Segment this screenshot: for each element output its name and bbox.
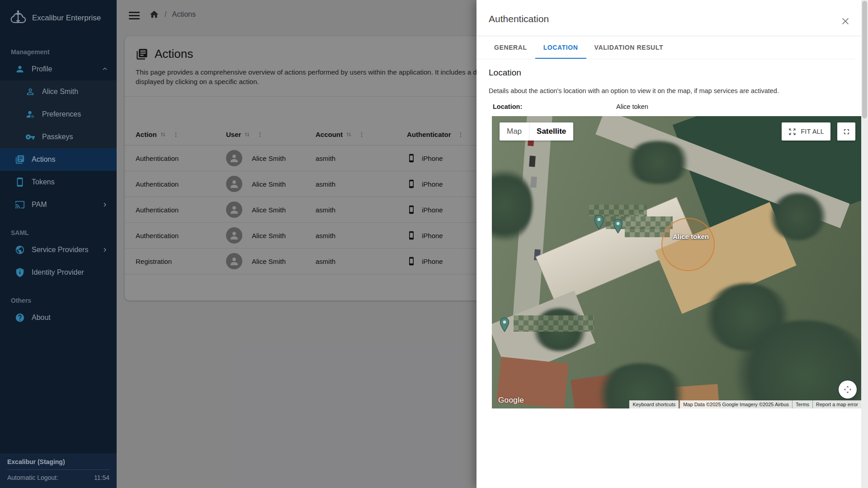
app-logo-icon xyxy=(10,10,26,26)
redacted-label-pixels xyxy=(514,315,594,332)
fullscreen-button[interactable] xyxy=(837,122,855,141)
sidebar-item-label: About xyxy=(32,314,51,322)
sidebar-item-label: Service Providers xyxy=(32,246,88,254)
brand-name: Excalibur Enterprise xyxy=(32,14,101,23)
brand: Excalibur Enterprise xyxy=(0,0,117,35)
fit-all-button[interactable]: FIT ALL xyxy=(782,122,830,141)
tab-location[interactable]: LOCATION xyxy=(535,36,586,59)
zoom-out-map-icon xyxy=(788,127,797,136)
person-outline-icon xyxy=(25,87,35,97)
sidebar-item-actions[interactable]: Actions xyxy=(0,148,117,171)
sidebar-item-label: Alice Smith xyxy=(42,88,78,96)
pan-arrows-icon xyxy=(842,384,854,395)
chevron-right-icon xyxy=(101,201,108,208)
library-books-icon xyxy=(15,155,25,164)
sidebar-item-label: Passkeys xyxy=(42,133,73,141)
map-trees xyxy=(625,141,691,184)
map-data-credit: Map Data ©2025 Google Imagery ©2025 Airb… xyxy=(679,400,792,408)
map-type-control: Map Satellite xyxy=(500,122,573,141)
key-icon xyxy=(25,132,35,142)
smartphone-icon xyxy=(15,177,25,187)
sidebar-item-label: Tokens xyxy=(32,178,55,186)
shield-info-icon xyxy=(15,267,25,277)
logout-label: Automatic Logout: xyxy=(7,474,58,481)
chevron-up-icon xyxy=(101,66,108,73)
drawer-tabs: GENERAL LOCATION VALIDATION RESULT xyxy=(486,36,671,59)
sidebar-item-preferences[interactable]: Preferences xyxy=(0,103,117,126)
pan-control-button[interactable] xyxy=(839,380,857,399)
map-type-map-button[interactable]: Map xyxy=(500,122,529,141)
sidebar-item-pam[interactable]: PAM xyxy=(0,193,117,216)
location-field-label: Location: xyxy=(493,103,522,110)
footer-divider xyxy=(7,469,109,470)
map-pin[interactable] xyxy=(499,317,510,333)
page-scrollbar[interactable] xyxy=(861,0,868,488)
location-field-value: Alice token xyxy=(616,103,648,110)
sidebar-item-passkeys[interactable]: Passkeys xyxy=(0,126,117,148)
token-range-circle xyxy=(661,218,715,271)
scrollbar-thumb[interactable] xyxy=(862,1,867,118)
person-icon xyxy=(15,64,25,74)
tabs-divider xyxy=(476,59,854,59)
map-pin[interactable] xyxy=(612,219,624,234)
location-section-description: Details about the action's location with… xyxy=(489,87,779,94)
sidebar-item-tokens[interactable]: Tokens xyxy=(0,171,117,193)
sidebar-item-about[interactable]: About xyxy=(0,306,117,329)
close-icon[interactable] xyxy=(840,16,850,26)
map-trees xyxy=(770,193,826,240)
help-icon xyxy=(15,313,25,323)
sidebar-item-label: Identity Provider xyxy=(32,268,84,277)
sidebar: Excalibur Enterprise Management Profile … xyxy=(0,0,117,488)
map-attribution: Keyboard shortcuts Map Data ©2025 Google… xyxy=(629,400,861,408)
modal-backdrop[interactable] xyxy=(117,0,476,488)
fit-all-label: FIT ALL xyxy=(801,128,824,135)
map-type-satellite-button[interactable]: Satellite xyxy=(529,122,573,141)
drawer-title: Authentication xyxy=(489,14,549,24)
report-map-error-link[interactable]: Report a map error xyxy=(812,400,861,408)
token-marker-label: Alice token xyxy=(673,233,709,240)
map-canvas[interactable]: Alice token Map Satellite FIT ALL Google… xyxy=(492,116,861,408)
section-label-management: Management xyxy=(0,46,117,58)
globe-icon xyxy=(15,245,25,255)
section-label-others: Others xyxy=(0,295,117,306)
location-section-title: Location xyxy=(489,68,521,78)
sidebar-item-label: Profile xyxy=(32,65,52,73)
map-car xyxy=(530,177,537,188)
terms-link[interactable]: Terms xyxy=(792,400,812,408)
keyboard-shortcuts-link[interactable]: Keyboard shortcuts xyxy=(629,400,679,408)
environment-label: Excalibur (Staging) xyxy=(7,458,109,465)
sidebar-item-profile[interactable]: Profile xyxy=(0,58,117,80)
section-label-saml: SAML xyxy=(0,227,117,239)
sidebar-item-alice-smith[interactable]: Alice Smith xyxy=(0,80,117,103)
tab-validation-result[interactable]: VALIDATION RESULT xyxy=(586,36,672,59)
cast-icon xyxy=(15,200,25,210)
chevron-right-icon xyxy=(101,246,108,253)
sidebar-item-label: Actions xyxy=(32,155,55,164)
profile-submenu: Alice Smith Preferences Passkeys xyxy=(0,80,117,148)
map-car xyxy=(529,156,536,167)
tab-general[interactable]: GENERAL xyxy=(486,36,535,59)
sidebar-footer: Excalibur (Staging) Automatic Logout: 11… xyxy=(0,453,117,488)
logout-timer: 11:54 xyxy=(94,474,109,481)
person-gear-icon xyxy=(25,109,35,119)
google-logo[interactable]: Google xyxy=(498,396,524,405)
sidebar-item-label: PAM xyxy=(32,201,47,209)
details-drawer: Authentication GENERAL LOCATION VALIDATI… xyxy=(476,0,861,488)
sidebar-item-label: Preferences xyxy=(42,110,81,118)
sidebar-item-service-providers[interactable]: Service Providers xyxy=(0,239,117,261)
sidebar-item-identity-provider[interactable]: Identity Provider xyxy=(0,261,117,284)
map-pin[interactable] xyxy=(593,215,605,230)
fullscreen-icon xyxy=(842,127,851,136)
